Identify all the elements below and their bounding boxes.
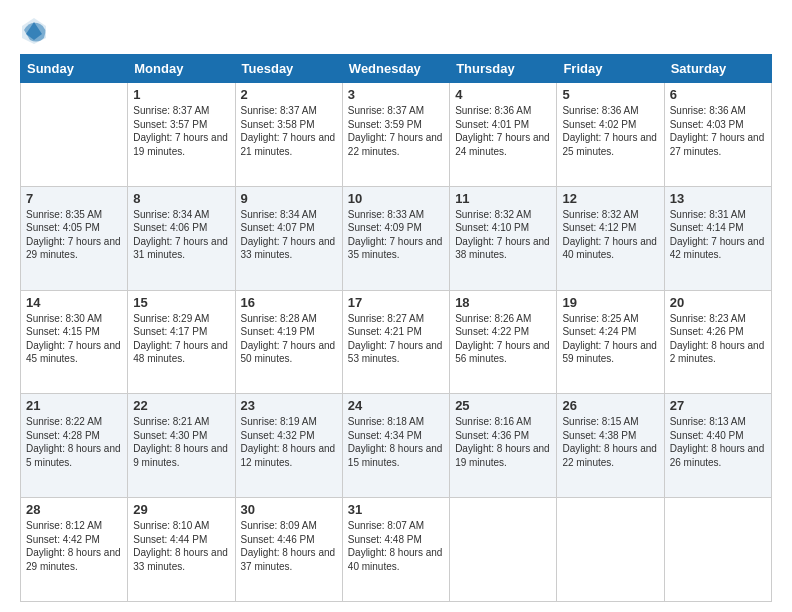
cell-info: Sunrise: 8:23 AMSunset: 4:26 PMDaylight:… (670, 312, 766, 366)
day-number: 15 (133, 295, 229, 310)
day-number: 12 (562, 191, 658, 206)
cell-info: Sunrise: 8:16 AMSunset: 4:36 PMDaylight:… (455, 415, 551, 469)
cell-info: Sunrise: 8:37 AMSunset: 3:57 PMDaylight:… (133, 104, 229, 158)
day-cell (557, 498, 664, 602)
cell-info: Sunrise: 8:36 AMSunset: 4:02 PMDaylight:… (562, 104, 658, 158)
day-number: 19 (562, 295, 658, 310)
week-row: 14Sunrise: 8:30 AMSunset: 4:15 PMDayligh… (21, 290, 772, 394)
day-number: 3 (348, 87, 444, 102)
day-number: 26 (562, 398, 658, 413)
weekday-thursday: Thursday (450, 55, 557, 83)
cell-info: Sunrise: 8:15 AMSunset: 4:38 PMDaylight:… (562, 415, 658, 469)
day-cell: 15Sunrise: 8:29 AMSunset: 4:17 PMDayligh… (128, 290, 235, 394)
day-cell: 24Sunrise: 8:18 AMSunset: 4:34 PMDayligh… (342, 394, 449, 498)
weekday-monday: Monday (128, 55, 235, 83)
day-number: 24 (348, 398, 444, 413)
day-cell (450, 498, 557, 602)
day-number: 11 (455, 191, 551, 206)
cell-info: Sunrise: 8:29 AMSunset: 4:17 PMDaylight:… (133, 312, 229, 366)
cell-info: Sunrise: 8:13 AMSunset: 4:40 PMDaylight:… (670, 415, 766, 469)
cell-info: Sunrise: 8:31 AMSunset: 4:14 PMDaylight:… (670, 208, 766, 262)
week-row: 28Sunrise: 8:12 AMSunset: 4:42 PMDayligh… (21, 498, 772, 602)
day-cell (664, 498, 771, 602)
day-cell: 12Sunrise: 8:32 AMSunset: 4:12 PMDayligh… (557, 186, 664, 290)
cell-info: Sunrise: 8:32 AMSunset: 4:10 PMDaylight:… (455, 208, 551, 262)
day-cell: 6Sunrise: 8:36 AMSunset: 4:03 PMDaylight… (664, 83, 771, 187)
day-cell: 13Sunrise: 8:31 AMSunset: 4:14 PMDayligh… (664, 186, 771, 290)
day-number: 31 (348, 502, 444, 517)
day-number: 2 (241, 87, 337, 102)
cell-info: Sunrise: 8:32 AMSunset: 4:12 PMDaylight:… (562, 208, 658, 262)
cell-info: Sunrise: 8:26 AMSunset: 4:22 PMDaylight:… (455, 312, 551, 366)
day-number: 1 (133, 87, 229, 102)
day-cell: 18Sunrise: 8:26 AMSunset: 4:22 PMDayligh… (450, 290, 557, 394)
day-cell: 9Sunrise: 8:34 AMSunset: 4:07 PMDaylight… (235, 186, 342, 290)
day-cell: 4Sunrise: 8:36 AMSunset: 4:01 PMDaylight… (450, 83, 557, 187)
day-cell: 25Sunrise: 8:16 AMSunset: 4:36 PMDayligh… (450, 394, 557, 498)
week-row: 1Sunrise: 8:37 AMSunset: 3:57 PMDaylight… (21, 83, 772, 187)
weekday-friday: Friday (557, 55, 664, 83)
day-number: 28 (26, 502, 122, 517)
day-number: 23 (241, 398, 337, 413)
day-cell: 30Sunrise: 8:09 AMSunset: 4:46 PMDayligh… (235, 498, 342, 602)
header (20, 16, 772, 44)
day-number: 7 (26, 191, 122, 206)
day-cell: 3Sunrise: 8:37 AMSunset: 3:59 PMDaylight… (342, 83, 449, 187)
day-number: 6 (670, 87, 766, 102)
day-cell: 31Sunrise: 8:07 AMSunset: 4:48 PMDayligh… (342, 498, 449, 602)
cell-info: Sunrise: 8:19 AMSunset: 4:32 PMDaylight:… (241, 415, 337, 469)
day-number: 14 (26, 295, 122, 310)
day-number: 13 (670, 191, 766, 206)
cell-info: Sunrise: 8:09 AMSunset: 4:46 PMDaylight:… (241, 519, 337, 573)
day-cell: 10Sunrise: 8:33 AMSunset: 4:09 PMDayligh… (342, 186, 449, 290)
cell-info: Sunrise: 8:34 AMSunset: 4:06 PMDaylight:… (133, 208, 229, 262)
day-number: 21 (26, 398, 122, 413)
cell-info: Sunrise: 8:18 AMSunset: 4:34 PMDaylight:… (348, 415, 444, 469)
cell-info: Sunrise: 8:28 AMSunset: 4:19 PMDaylight:… (241, 312, 337, 366)
weekday-wednesday: Wednesday (342, 55, 449, 83)
day-number: 20 (670, 295, 766, 310)
logo (20, 16, 52, 44)
week-row: 21Sunrise: 8:22 AMSunset: 4:28 PMDayligh… (21, 394, 772, 498)
day-cell: 23Sunrise: 8:19 AMSunset: 4:32 PMDayligh… (235, 394, 342, 498)
cell-info: Sunrise: 8:07 AMSunset: 4:48 PMDaylight:… (348, 519, 444, 573)
day-number: 30 (241, 502, 337, 517)
day-cell: 16Sunrise: 8:28 AMSunset: 4:19 PMDayligh… (235, 290, 342, 394)
day-cell: 22Sunrise: 8:21 AMSunset: 4:30 PMDayligh… (128, 394, 235, 498)
cell-info: Sunrise: 8:33 AMSunset: 4:09 PMDaylight:… (348, 208, 444, 262)
cell-info: Sunrise: 8:37 AMSunset: 3:59 PMDaylight:… (348, 104, 444, 158)
cell-info: Sunrise: 8:37 AMSunset: 3:58 PMDaylight:… (241, 104, 337, 158)
day-number: 29 (133, 502, 229, 517)
cell-info: Sunrise: 8:12 AMSunset: 4:42 PMDaylight:… (26, 519, 122, 573)
cell-info: Sunrise: 8:27 AMSunset: 4:21 PMDaylight:… (348, 312, 444, 366)
weekday-sunday: Sunday (21, 55, 128, 83)
day-cell: 19Sunrise: 8:25 AMSunset: 4:24 PMDayligh… (557, 290, 664, 394)
cell-info: Sunrise: 8:34 AMSunset: 4:07 PMDaylight:… (241, 208, 337, 262)
day-number: 16 (241, 295, 337, 310)
day-cell: 28Sunrise: 8:12 AMSunset: 4:42 PMDayligh… (21, 498, 128, 602)
day-number: 9 (241, 191, 337, 206)
day-cell: 7Sunrise: 8:35 AMSunset: 4:05 PMDaylight… (21, 186, 128, 290)
day-cell: 26Sunrise: 8:15 AMSunset: 4:38 PMDayligh… (557, 394, 664, 498)
weekday-saturday: Saturday (664, 55, 771, 83)
day-cell: 1Sunrise: 8:37 AMSunset: 3:57 PMDaylight… (128, 83, 235, 187)
logo-icon (20, 16, 48, 44)
cell-info: Sunrise: 8:36 AMSunset: 4:03 PMDaylight:… (670, 104, 766, 158)
cell-info: Sunrise: 8:21 AMSunset: 4:30 PMDaylight:… (133, 415, 229, 469)
day-number: 8 (133, 191, 229, 206)
week-row: 7Sunrise: 8:35 AMSunset: 4:05 PMDaylight… (21, 186, 772, 290)
day-number: 22 (133, 398, 229, 413)
weekday-tuesday: Tuesday (235, 55, 342, 83)
cell-info: Sunrise: 8:22 AMSunset: 4:28 PMDaylight:… (26, 415, 122, 469)
day-cell: 20Sunrise: 8:23 AMSunset: 4:26 PMDayligh… (664, 290, 771, 394)
day-cell: 11Sunrise: 8:32 AMSunset: 4:10 PMDayligh… (450, 186, 557, 290)
day-number: 5 (562, 87, 658, 102)
day-number: 25 (455, 398, 551, 413)
day-cell: 2Sunrise: 8:37 AMSunset: 3:58 PMDaylight… (235, 83, 342, 187)
day-number: 17 (348, 295, 444, 310)
cell-info: Sunrise: 8:25 AMSunset: 4:24 PMDaylight:… (562, 312, 658, 366)
page: SundayMondayTuesdayWednesdayThursdayFrid… (0, 0, 792, 612)
day-cell: 5Sunrise: 8:36 AMSunset: 4:02 PMDaylight… (557, 83, 664, 187)
day-number: 4 (455, 87, 551, 102)
day-cell: 17Sunrise: 8:27 AMSunset: 4:21 PMDayligh… (342, 290, 449, 394)
